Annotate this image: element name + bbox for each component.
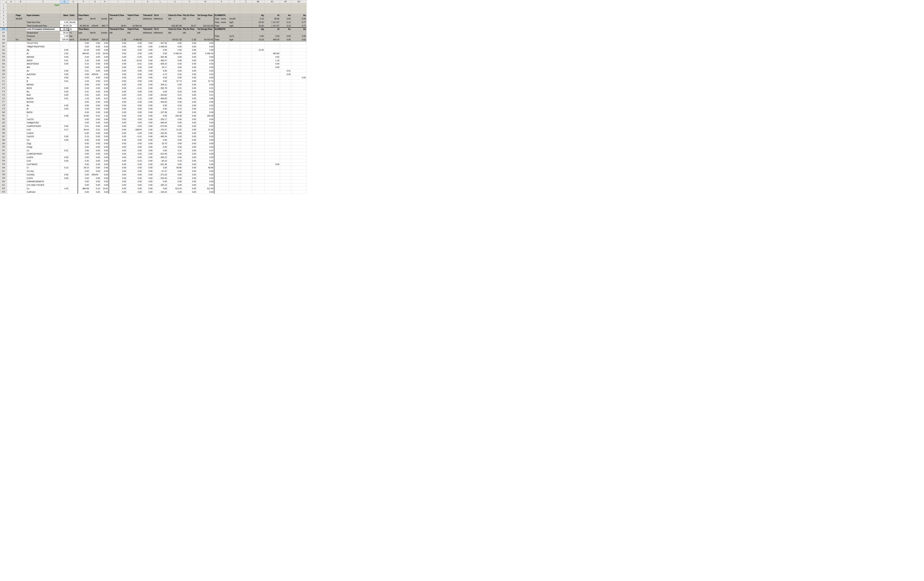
cell-Z368[interactable] xyxy=(240,69,252,72)
cell-Z398[interactable] xyxy=(240,173,252,176)
cell-Z379[interactable] xyxy=(240,107,252,110)
cell-A377[interactable] xyxy=(7,100,15,104)
cell-AH359[interactable]: 0.63 xyxy=(291,38,307,41)
cell-Y387[interactable] xyxy=(229,135,240,138)
cell-Y386[interactable] xyxy=(229,132,240,135)
cell-L357[interactable]: kWh/kmol xyxy=(153,31,168,35)
cell-AH392[interactable] xyxy=(291,152,307,156)
cell-K382[interactable]: 0.00 xyxy=(142,117,153,121)
cell-X397[interactable] xyxy=(214,170,229,173)
cell-D358[interactable]: 1.00 xyxy=(60,34,69,38)
cell-D395[interactable] xyxy=(60,163,69,166)
row-header-400[interactable]: 400 xyxy=(0,180,7,183)
cell-D385[interactable]: 0.17 xyxy=(60,128,69,132)
cell-I5[interactable]: kW xyxy=(109,17,127,21)
cell-AC377[interactable] xyxy=(264,100,280,104)
cell-Y379[interactable] xyxy=(229,107,240,110)
cell-I377[interactable]: 0.00 xyxy=(109,100,127,104)
cell-D393[interactable]: 0.00 xyxy=(60,156,69,159)
cell-E1[interactable] xyxy=(69,3,78,7)
cell-D401[interactable] xyxy=(60,183,69,187)
cell-I371[interactable]: 0.00 xyxy=(109,79,127,83)
cell-C403[interactable]: Cu5FeS4 xyxy=(26,190,60,194)
cell-AB384[interactable] xyxy=(252,124,264,128)
cell-Y369[interactable] xyxy=(229,72,240,76)
cell-Y3[interactable] xyxy=(229,10,240,14)
cell-G6[interactable] xyxy=(89,20,101,24)
cell-V366[interactable]: 0.00 xyxy=(182,62,197,66)
cell-Z364[interactable] xyxy=(240,55,252,59)
cell-U359[interactable]: 59 027.28 xyxy=(168,38,182,41)
cell-X379[interactable] xyxy=(214,107,229,110)
cell-L396[interactable]: 0.00 xyxy=(153,166,168,170)
cell-K385[interactable]: 0.00 xyxy=(142,128,153,132)
cell-AB370[interactable] xyxy=(252,76,264,79)
cell-X375[interactable] xyxy=(214,93,229,97)
cell-Z392[interactable] xyxy=(240,152,252,156)
cell-K400[interactable]: 0.00 xyxy=(142,180,153,183)
cell-U395[interactable]: 0.00 xyxy=(168,163,182,166)
cell-B370[interactable] xyxy=(15,76,26,79)
cell-B398[interactable] xyxy=(15,173,26,176)
cell-L388[interactable]: 0.00 xyxy=(153,138,168,142)
cell-AH377[interactable] xyxy=(291,100,307,104)
cell-U371[interactable]: 37.74 xyxy=(168,79,182,83)
cell-C362[interactable]: Ag xyxy=(26,48,60,52)
cell-G399[interactable]: 0.00 xyxy=(89,176,101,180)
cell-Z395[interactable] xyxy=(240,163,252,166)
cell-J357[interactable]: kW xyxy=(127,31,142,35)
cell-K1[interactable] xyxy=(142,3,153,7)
cell-H388[interactable]: 0.00 xyxy=(101,138,109,142)
cell-E389[interactable] xyxy=(69,142,78,145)
cell-B371[interactable] xyxy=(15,79,26,83)
cell-V369[interactable]: 0.00 xyxy=(182,72,197,76)
cell-Y401[interactable] xyxy=(229,183,240,187)
cell-K3[interactable] xyxy=(142,10,153,14)
cell-C364[interactable]: Al(OH)3 xyxy=(26,55,60,59)
cell-F374[interactable]: 5.31 xyxy=(78,90,89,93)
cell-W391[interactable]: 4.37 xyxy=(197,149,214,152)
cell-G388[interactable]: 0.00 xyxy=(89,138,101,142)
cell-AH362[interactable] xyxy=(291,48,307,52)
cell-W390[interactable]: 0.00 xyxy=(197,145,214,149)
cell-Z394[interactable] xyxy=(240,159,252,163)
cell-AF1[interactable] xyxy=(280,3,291,7)
cell-F393[interactable]: 0.00 xyxy=(78,156,89,159)
cell-AC3[interactable] xyxy=(264,10,280,14)
cell-X393[interactable] xyxy=(214,156,229,159)
cell-AF371[interactable] xyxy=(280,79,291,83)
cell-L376[interactable]: - 406.82 xyxy=(153,97,168,100)
cell-D384[interactable]: 0.00 xyxy=(60,124,69,128)
cell-AH370[interactable]: 0.63 xyxy=(291,76,307,79)
cell-AF397[interactable] xyxy=(280,170,291,173)
cell-C395[interactable]: CoO*Al2O3 xyxy=(26,163,60,166)
cell-Z403[interactable] xyxy=(240,190,252,194)
row-header-401[interactable]: 401 xyxy=(0,183,7,187)
cell-E373[interactable] xyxy=(69,86,78,90)
cell-F3[interactable] xyxy=(78,10,89,14)
cell-A385[interactable] xyxy=(7,128,15,132)
cell-E357[interactable]: °C xyxy=(69,31,78,35)
cell-X378[interactable] xyxy=(214,104,229,107)
cell-B399[interactable] xyxy=(15,176,26,180)
cell-Y402[interactable] xyxy=(229,187,240,190)
cell-F386[interactable]: 0.00 xyxy=(78,132,89,135)
cell-Z388[interactable] xyxy=(240,138,252,142)
cell-L387[interactable]: - 490.34 xyxy=(153,135,168,138)
column-header-U[interactable]: U xyxy=(168,0,182,3)
cell-X357[interactable] xyxy=(214,31,229,35)
cell-AB381[interactable] xyxy=(252,114,264,117)
cell-G369[interactable]: #DIV/0! xyxy=(89,72,101,76)
row-header-380[interactable]: 380 xyxy=(0,110,7,114)
cell-I367[interactable]: 0.00 xyxy=(109,66,127,69)
cell-AB356[interactable]: Ag xyxy=(252,28,264,31)
cell-J396[interactable]: 0.00 xyxy=(127,166,142,170)
cell-U392[interactable]: 0.00 xyxy=(168,152,182,156)
cell-F367[interactable]: 0.00 xyxy=(78,66,89,69)
cell-V375[interactable]: 0.00 xyxy=(182,93,197,97)
cell-AB386[interactable] xyxy=(252,132,264,135)
cell-K372[interactable]: 0.00 xyxy=(142,83,153,86)
row-header-362[interactable]: 362 xyxy=(0,48,7,52)
cell-U377[interactable]: 0.00 xyxy=(168,100,182,104)
cell-K366[interactable]: 0.00 xyxy=(142,62,153,66)
